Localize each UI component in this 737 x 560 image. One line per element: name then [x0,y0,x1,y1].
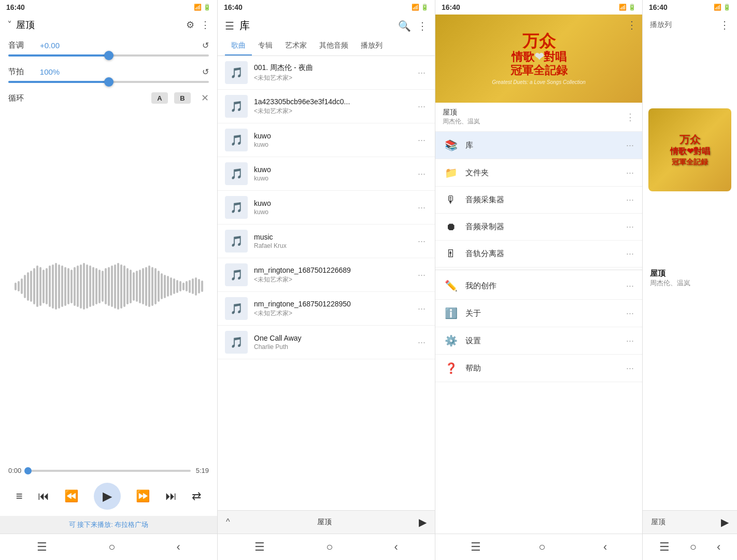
nav-home-icon-4[interactable]: ○ [690,540,697,554]
tempo-slider[interactable] [0,79,217,88]
bottom-nav-2: ☰ ○ ‹ [218,534,435,560]
menu-more-5[interactable]: ··· [626,281,634,291]
bottom-chevron-icon[interactable]: ^ [226,517,230,527]
menu-more-3[interactable]: ··· [626,221,634,232]
menu-item-帮助[interactable]: ❓ 帮助 ··· [435,355,642,382]
transport-row: ≡ ⏮ ⏪ ▶ ⏩ ⏭ ⇄ [0,477,217,516]
menu-item-音轨分离器[interactable]: 🎚 音轨分离器 ··· [435,241,642,268]
shuffle-icon[interactable]: ⇄ [192,489,201,503]
nav-menu-icon-2[interactable]: ☰ [254,540,265,554]
song-item[interactable]: 🎵 nm_ringtone_1687501228950 <未知艺术家> ··· [218,292,435,326]
song-item[interactable]: 🎵 music Rafael Krux ··· [218,225,435,258]
nav-home-icon-1[interactable]: ○ [108,540,115,554]
song-item[interactable]: 🎵 One Call Away Charlie Puth ··· [218,326,435,359]
loop-btn-a[interactable]: A [151,92,168,104]
tab-other-audio[interactable]: 其他音频 [313,37,355,55]
nav-back-icon-3[interactable]: ‹ [603,540,607,554]
menu-now-more-icon[interactable]: ⋮ [626,111,635,123]
pitch-track[interactable] [8,54,209,57]
library-play-icon[interactable]: ▶ [419,516,427,528]
nav-back-icon-2[interactable]: ‹ [394,540,398,554]
song-item[interactable]: 🎵 1a423305bcb96e3e3f14dc0... <未知艺术家> ··· [218,90,435,123]
menu-more-0[interactable]: ··· [626,140,634,151]
tempo-thumb[interactable] [104,77,114,87]
menu-more-4[interactable]: ··· [626,248,634,259]
tempo-fill [8,81,109,83]
menu-more-icon[interactable]: ⋮ [627,19,637,31]
song-more-icon-3[interactable]: ··· [416,166,428,181]
menu-item-库[interactable]: 📚 库 ··· [435,132,642,159]
song-more-icon-7[interactable]: ··· [416,301,428,316]
song-more-icon-2[interactable]: ··· [416,133,428,148]
song-more-icon-4[interactable]: ··· [416,200,428,215]
search-icon[interactable]: 🔍 [398,20,411,32]
menu-icon-2: 🎙 [444,194,458,206]
status-bar-4: 16:40 📶 🔋 [643,0,737,15]
loop-close-icon[interactable]: ✕ [201,92,209,104]
side-menu-panel: 16:40 📶 🔋 万众 情歌❤對唱 冠軍全記録 Greatest Duets:… [435,0,643,560]
menu-item-我的创作[interactable]: ✏️ 我的创作 ··· [435,272,642,300]
tempo-track[interactable] [8,81,209,83]
nav-home-icon-3[interactable]: ○ [538,540,545,554]
song-more-icon-6[interactable]: ··· [416,268,428,283]
menu-label-1: 文件夹 [465,168,619,178]
song-item[interactable]: 🎵 kuwo kuwo ··· [218,157,435,191]
nav-back-icon-1[interactable]: ‹ [177,540,180,554]
menu-more-8[interactable]: ··· [626,363,634,374]
pitch-thumb[interactable] [104,51,114,60]
menu-item-关于[interactable]: ℹ️ 关于 ··· [435,300,642,327]
menu-more-2[interactable]: ··· [626,194,634,205]
nav-back-icon-4[interactable]: ‹ [717,540,720,554]
menu-more-6[interactable]: ··· [626,308,634,319]
play-button[interactable]: ▶ [94,483,121,510]
tempo-value: 100% [34,67,65,76]
np-bottom-play-icon[interactable]: ▶ [721,516,729,528]
waveform[interactable] [15,255,203,317]
library-menu-icon[interactable]: ☰ [225,20,234,32]
tab-artists[interactable]: 艺术家 [279,37,313,55]
pitch-slider[interactable] [0,52,217,62]
song-more-icon-1[interactable]: ··· [416,99,428,114]
progress-thumb[interactable] [24,467,32,474]
song-more-icon-0[interactable]: ··· [416,65,428,80]
nav-home-icon-2[interactable]: ○ [326,540,333,554]
song-item[interactable]: 🎵 kuwo kuwo ··· [218,191,435,225]
progress-track[interactable] [26,470,190,472]
menu-more-7[interactable]: ··· [626,335,634,346]
status-bar-3: 16:40 📶 🔋 [435,0,642,15]
library-more-icon[interactable]: ⋮ [417,20,428,32]
menu-item-文件夹[interactable]: 📁 文件夹 ··· [435,159,642,187]
prev-track-icon[interactable]: ⏮ [38,489,49,503]
nav-menu-icon-1[interactable]: ☰ [37,540,47,554]
tab-songs[interactable]: 歌曲 [225,37,252,55]
song-more-icon-8[interactable]: ··· [416,335,428,350]
fast-forward-icon[interactable]: ⏩ [136,489,150,503]
song-more-icon-5[interactable]: ··· [416,234,428,249]
song-item[interactable]: 🎵 001. 周杰伦 - 夜曲 <未知艺术家> ··· [218,56,435,90]
loop-btn-b[interactable]: B [174,92,191,104]
playlist-icon[interactable]: ≡ [16,489,23,503]
tempo-reset-icon[interactable]: ↺ [202,67,209,77]
menu-item-设置[interactable]: ⚙️ 设置 ··· [435,327,642,355]
song-item[interactable]: 🎵 kuwo kuwo ··· [218,123,435,157]
menu-item-音频录制器[interactable]: ⏺ 音频录制器 ··· [435,214,642,241]
more-icon[interactable]: ⋮ [201,19,210,31]
status-icons-4: 📶 🔋 [714,4,731,11]
np-more-icon[interactable]: ⋮ [719,19,730,31]
next-track-icon[interactable]: ⏭ [165,489,177,503]
tempo-label: 节拍 [8,67,29,77]
pitch-reset-icon[interactable]: ↺ [202,40,209,50]
nav-menu-icon-3[interactable]: ☰ [471,540,481,554]
rewind-icon[interactable]: ⏪ [64,489,78,503]
tab-albums[interactable]: 专辑 [252,37,279,55]
menu-more-1[interactable]: ··· [626,167,634,178]
tab-playlist[interactable]: 播放列 [355,37,389,55]
song-item[interactable]: 🎵 nm_ringtone_1687501226689 <未知艺术家> ··· [218,258,435,292]
settings-icon[interactable]: ⚙ [186,19,194,31]
menu-item-音频采集器[interactable]: 🎙 音频采集器 ··· [435,187,642,214]
back-icon[interactable]: ˅ [7,19,12,31]
song-info-8: One Call Away Charlie Puth [254,334,409,351]
library-tabs: 歌曲 专辑 艺术家 其他音频 播放列 [218,37,435,56]
bottom-nav-4: ☰ ○ ‹ [643,534,737,560]
nav-menu-icon-4[interactable]: ☰ [659,540,670,554]
